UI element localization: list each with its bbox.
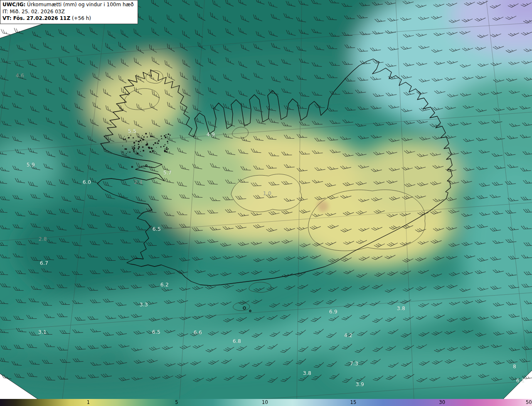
map-title-box: UWC/IG: Úrkomumætti (mm) og vindur i 100… [0,0,138,24]
weather-map-page: 4.65.54.95.96.05.72.41.06.52.86.76.23.36… [0,0,532,406]
valid-time: VT: Fös. 27.02.2026 11Z [2,15,70,21]
map-title: Úrkomumætti (mm) og vindur i 100m hæð [25,2,133,7]
colorbar-tick-label: 30 [439,399,445,405]
valid-offset: (+56 h) [70,15,91,21]
model-name: UWC/IG: [2,2,25,7]
colorbar-tick-label: 5 [175,399,178,405]
colorbar-tick-label: 1 [87,399,90,405]
colorbar-tick-label: 50 [526,399,532,405]
valid-time-line: VT: Fös. 27.02.2026 11Z (+56 h) [2,15,134,22]
colorbar: 1510153050 [0,399,532,406]
colorbar-tick-label: 15 [350,399,357,405]
colorbar-tick-label: 10 [262,399,268,405]
title-line: UWC/IG: Úrkomumætti (mm) og vindur i 100… [2,1,134,8]
colorbar-ticks: 1510153050 [0,399,532,406]
weather-map [0,0,532,399]
init-time: IT: Mið. 25. 02. 2026 03Z [2,8,134,15]
